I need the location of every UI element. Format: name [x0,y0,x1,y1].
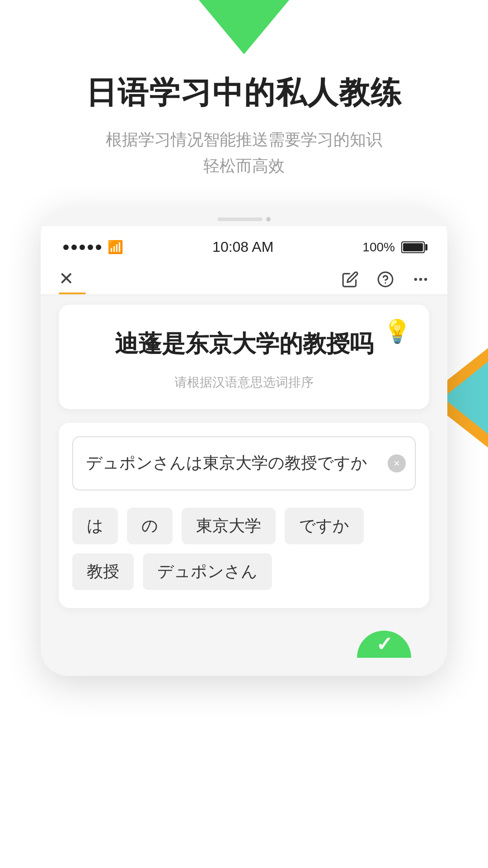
check-button[interactable]: ✓ [357,631,411,658]
word-chip-ha[interactable]: は [72,508,118,544]
status-bar: 📶 10:08 AM 100% [41,226,447,260]
word-chip-tokyo[interactable]: 東京大学 [182,508,276,544]
phone-mockup: 📶 10:08 AM 100% ✕ [41,208,447,676]
question-card: 💡 迪蓬是东京大学的教授吗 请根据汉语意思选词排序 [59,305,429,409]
question-hint: 请根据汉语意思选词排序 [77,374,411,391]
word-chip-kyoju[interactable]: 教授 [72,553,134,590]
subtitle: 根据学习情况智能推送需要学习的知识 轻松而高效 [0,127,488,179]
answer-text: デュポンさんは東京大学の教授ですか [86,453,367,472]
lightbulb-icon: 💡 [383,318,411,344]
close-button[interactable]: ✕ [59,268,86,289]
more-icon[interactable] [412,271,429,292]
word-chip-desuka[interactable]: ですか [285,508,364,544]
wifi-icon: 📶 [108,240,123,255]
svg-point-4 [424,278,427,280]
word-chip-dupon[interactable]: デュポンさん [143,553,272,590]
battery-icon [401,241,425,253]
svg-point-3 [419,278,422,280]
svg-point-2 [414,278,417,280]
main-title: 日语学习中的私人教练 [0,72,488,113]
help-icon[interactable] [377,271,394,292]
nav-underline [59,292,86,294]
logo-triangle [199,0,289,54]
question-text: 迪蓬是东京大学的教授吗 [77,327,411,360]
nav-bar: ✕ [41,260,447,296]
word-chip-no[interactable]: の [127,508,173,544]
edit-icon[interactable] [342,271,359,292]
answer-input-area[interactable]: デュポンさんは東京大学の教授ですか × [72,436,416,491]
content-area: 💡 迪蓬是东京大学的教授吗 请根据汉语意思选词排序 デュポンさんは東京大学の教授… [41,296,447,617]
word-choices: は の 東京大学 ですか 教授 デュポンさん [72,503,416,594]
battery-text: 100% [362,240,395,255]
clear-button[interactable]: × [388,454,406,472]
answer-card: デュポンさんは東京大学の教授ですか × は の 東京大学 ですか 教授 デュポン… [59,423,429,608]
scroll-indicator [41,208,447,226]
status-time: 10:08 AM [212,239,273,255]
check-icon: ✓ [376,634,393,654]
